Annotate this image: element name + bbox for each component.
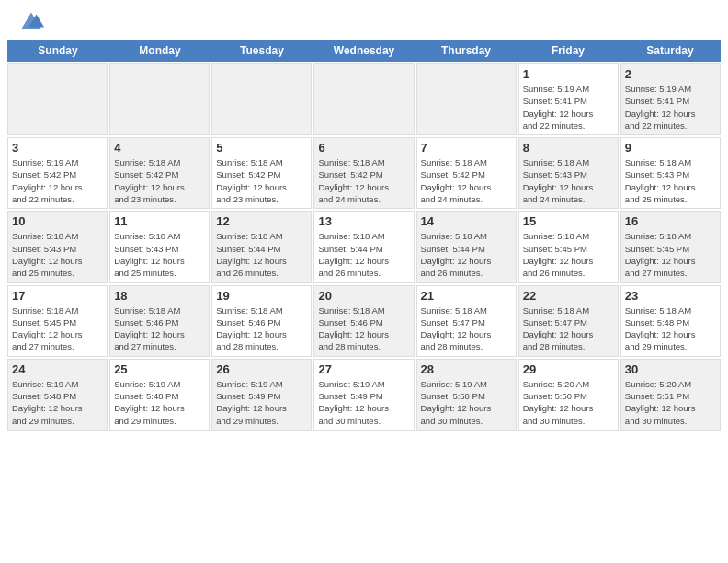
calendar-cell: 7Sunrise: 5:18 AM Sunset: 5:42 PM Daylig…: [416, 137, 517, 209]
calendar-cell: 2Sunrise: 5:19 AM Sunset: 5:41 PM Daylig…: [620, 63, 721, 135]
calendar-row-5: 24Sunrise: 5:19 AM Sunset: 5:48 PM Dayli…: [7, 359, 721, 431]
calendar-cell: [7, 63, 108, 135]
header-cell-friday: Friday: [518, 40, 619, 62]
day-number: 6: [318, 141, 409, 155]
day-info: Sunrise: 5:18 AM Sunset: 5:46 PM Dayligh…: [318, 304, 409, 353]
day-info: Sunrise: 5:18 AM Sunset: 5:42 PM Dayligh…: [421, 156, 512, 205]
calendar-cell: 22Sunrise: 5:18 AM Sunset: 5:47 PM Dayli…: [518, 285, 619, 357]
day-number: 17: [12, 289, 103, 303]
day-number: 24: [12, 362, 103, 376]
day-info: Sunrise: 5:18 AM Sunset: 5:44 PM Dayligh…: [216, 230, 307, 279]
calendar-row-3: 10Sunrise: 5:18 AM Sunset: 5:43 PM Dayli…: [7, 211, 721, 282]
day-number: 21: [421, 289, 512, 303]
calendar-cell: 1Sunrise: 5:19 AM Sunset: 5:41 PM Daylig…: [518, 63, 619, 135]
day-number: 23: [625, 289, 716, 303]
day-info: Sunrise: 5:19 AM Sunset: 5:42 PM Dayligh…: [12, 156, 103, 205]
calendar-cell: [313, 63, 414, 135]
header-cell-thursday: Thursday: [415, 40, 517, 62]
day-number: 9: [625, 141, 716, 155]
day-info: Sunrise: 5:18 AM Sunset: 5:46 PM Dayligh…: [216, 304, 307, 353]
calendar-header: SundayMondayTuesdayWednesdayThursdayFrid…: [7, 40, 721, 62]
day-info: Sunrise: 5:18 AM Sunset: 5:43 PM Dayligh…: [12, 230, 103, 279]
day-number: 26: [216, 362, 307, 376]
calendar: SundayMondayTuesdayWednesdayThursdayFrid…: [0, 40, 728, 438]
header-cell-sunday: Sunday: [7, 40, 108, 62]
day-info: Sunrise: 5:19 AM Sunset: 5:50 PM Dayligh…: [421, 378, 512, 427]
header-cell-saturday: Saturday: [620, 40, 721, 62]
day-number: 3: [12, 141, 103, 155]
calendar-cell: 9Sunrise: 5:18 AM Sunset: 5:43 PM Daylig…: [620, 137, 721, 209]
calendar-cell: 19Sunrise: 5:18 AM Sunset: 5:46 PM Dayli…: [211, 285, 312, 357]
day-number: 20: [318, 289, 409, 303]
calendar-body: 1Sunrise: 5:19 AM Sunset: 5:41 PM Daylig…: [7, 63, 721, 431]
calendar-cell: 16Sunrise: 5:18 AM Sunset: 5:45 PM Dayli…: [620, 211, 721, 282]
day-info: Sunrise: 5:18 AM Sunset: 5:42 PM Dayligh…: [216, 156, 307, 205]
calendar-cell: [211, 63, 312, 135]
day-info: Sunrise: 5:19 AM Sunset: 5:41 PM Dayligh…: [523, 83, 614, 132]
calendar-cell: 26Sunrise: 5:19 AM Sunset: 5:49 PM Dayli…: [211, 359, 312, 431]
day-number: 19: [216, 289, 307, 303]
day-info: Sunrise: 5:18 AM Sunset: 5:44 PM Dayligh…: [421, 230, 512, 279]
calendar-cell: 10Sunrise: 5:18 AM Sunset: 5:43 PM Dayli…: [7, 211, 108, 282]
day-number: 1: [523, 67, 614, 81]
day-info: Sunrise: 5:18 AM Sunset: 5:43 PM Dayligh…: [523, 156, 614, 205]
day-info: Sunrise: 5:18 AM Sunset: 5:43 PM Dayligh…: [625, 156, 716, 205]
day-info: Sunrise: 5:18 AM Sunset: 5:45 PM Dayligh…: [625, 230, 716, 279]
calendar-cell: 20Sunrise: 5:18 AM Sunset: 5:46 PM Dayli…: [313, 285, 414, 357]
calendar-cell: 4Sunrise: 5:18 AM Sunset: 5:42 PM Daylig…: [109, 137, 210, 209]
day-info: Sunrise: 5:18 AM Sunset: 5:45 PM Dayligh…: [523, 230, 614, 279]
day-number: 30: [625, 362, 716, 376]
day-number: 25: [114, 362, 205, 376]
calendar-cell: 6Sunrise: 5:18 AM Sunset: 5:42 PM Daylig…: [313, 137, 414, 209]
day-info: Sunrise: 5:18 AM Sunset: 5:47 PM Dayligh…: [421, 304, 512, 353]
header-cell-wednesday: Wednesday: [313, 40, 415, 62]
day-number: 29: [523, 362, 614, 376]
day-number: 28: [421, 362, 512, 376]
calendar-cell: 11Sunrise: 5:18 AM Sunset: 5:43 PM Dayli…: [109, 211, 210, 282]
day-info: Sunrise: 5:18 AM Sunset: 5:42 PM Dayligh…: [114, 156, 205, 205]
day-number: 22: [523, 289, 614, 303]
header-cell-monday: Monday: [109, 40, 210, 62]
day-number: 8: [523, 141, 614, 155]
day-number: 16: [625, 214, 716, 228]
calendar-cell: 30Sunrise: 5:20 AM Sunset: 5:51 PM Dayli…: [620, 359, 721, 431]
calendar-cell: 17Sunrise: 5:18 AM Sunset: 5:45 PM Dayli…: [7, 285, 108, 357]
day-info: Sunrise: 5:19 AM Sunset: 5:49 PM Dayligh…: [216, 378, 307, 427]
day-info: Sunrise: 5:18 AM Sunset: 5:42 PM Dayligh…: [318, 156, 409, 205]
day-info: Sunrise: 5:19 AM Sunset: 5:48 PM Dayligh…: [12, 378, 103, 427]
logo: [18, 9, 48, 35]
day-number: 11: [114, 214, 205, 228]
day-number: 7: [421, 141, 512, 155]
calendar-cell: 27Sunrise: 5:19 AM Sunset: 5:49 PM Dayli…: [313, 359, 414, 431]
day-info: Sunrise: 5:18 AM Sunset: 5:43 PM Dayligh…: [114, 230, 205, 279]
day-info: Sunrise: 5:19 AM Sunset: 5:49 PM Dayligh…: [318, 378, 409, 427]
calendar-row-1: 1Sunrise: 5:19 AM Sunset: 5:41 PM Daylig…: [7, 63, 721, 135]
day-number: 18: [114, 289, 205, 303]
day-info: Sunrise: 5:18 AM Sunset: 5:48 PM Dayligh…: [625, 304, 716, 353]
calendar-cell: 5Sunrise: 5:18 AM Sunset: 5:42 PM Daylig…: [211, 137, 312, 209]
calendar-cell: 21Sunrise: 5:18 AM Sunset: 5:47 PM Dayli…: [416, 285, 517, 357]
day-number: 12: [216, 214, 307, 228]
calendar-cell: 28Sunrise: 5:19 AM Sunset: 5:50 PM Dayli…: [416, 359, 517, 431]
day-number: 13: [318, 214, 409, 228]
day-info: Sunrise: 5:18 AM Sunset: 5:46 PM Dayligh…: [114, 304, 205, 353]
calendar-row-2: 3Sunrise: 5:19 AM Sunset: 5:42 PM Daylig…: [7, 137, 721, 209]
day-number: 2: [625, 67, 716, 81]
calendar-cell: 24Sunrise: 5:19 AM Sunset: 5:48 PM Dayli…: [7, 359, 108, 431]
calendar-cell: 14Sunrise: 5:18 AM Sunset: 5:44 PM Dayli…: [416, 211, 517, 282]
calendar-cell: 12Sunrise: 5:18 AM Sunset: 5:44 PM Dayli…: [211, 211, 312, 282]
day-info: Sunrise: 5:18 AM Sunset: 5:47 PM Dayligh…: [523, 304, 614, 353]
page-header: [0, 0, 728, 40]
day-number: 15: [523, 214, 614, 228]
day-number: 10: [12, 214, 103, 228]
header-cell-tuesday: Tuesday: [211, 40, 313, 62]
day-info: Sunrise: 5:19 AM Sunset: 5:41 PM Dayligh…: [625, 83, 716, 132]
day-info: Sunrise: 5:19 AM Sunset: 5:48 PM Dayligh…: [114, 378, 205, 427]
logo-icon: [18, 9, 44, 35]
calendar-cell: [416, 63, 517, 135]
calendar-cell: [109, 63, 210, 135]
day-info: Sunrise: 5:20 AM Sunset: 5:51 PM Dayligh…: [625, 378, 716, 427]
day-info: Sunrise: 5:18 AM Sunset: 5:45 PM Dayligh…: [12, 304, 103, 353]
calendar-row-4: 17Sunrise: 5:18 AM Sunset: 5:45 PM Dayli…: [7, 285, 721, 357]
day-number: 4: [114, 141, 205, 155]
